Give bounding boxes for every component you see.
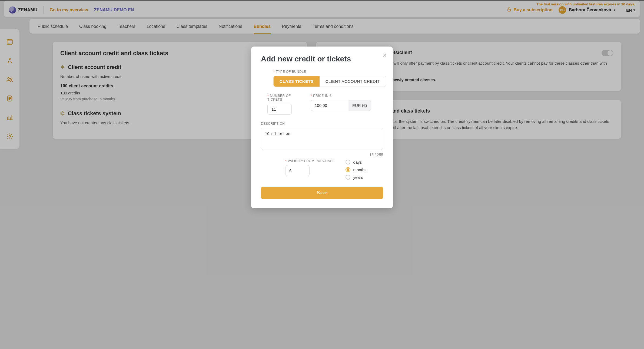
validity-input[interactable]: [285, 165, 310, 176]
description-textarea[interactable]: [261, 128, 383, 150]
radio-months-label: months: [353, 167, 366, 172]
currency-addon: EUR (€): [348, 100, 371, 111]
validity-unit-radios: days months years: [346, 160, 366, 180]
modal-title: Add new credit or tickets: [261, 55, 383, 63]
bundle-type-segmented: CLASS TICKETS CLIENT ACCOUNT CREDIT: [273, 76, 386, 87]
char-counter: 15 / 255: [261, 153, 383, 157]
num-tickets-label: NUMBER OF TICKETS: [267, 94, 291, 101]
radio-days[interactable]: days: [346, 160, 366, 164]
price-input[interactable]: [311, 100, 348, 111]
seg-class-tickets[interactable]: CLASS TICKETS: [274, 76, 320, 87]
seg-client-credit[interactable]: CLIENT ACCOUNT CREDIT: [320, 76, 386, 87]
validity-label: VALIDITY FROM PURCHASE: [288, 159, 335, 163]
num-tickets-input[interactable]: [267, 104, 292, 115]
radio-months[interactable]: months: [346, 167, 366, 172]
add-bundle-modal: ✕ Add new credit or tickets *TYPE OF BUN…: [251, 47, 393, 208]
radio-years[interactable]: years: [346, 175, 366, 180]
type-of-bundle-label: TYPE OF BUNDLE: [276, 70, 306, 74]
radio-icon: [346, 160, 350, 164]
radio-days-label: days: [353, 160, 362, 164]
radio-icon: [346, 175, 350, 180]
radio-years-label: years: [353, 175, 363, 180]
radio-icon: [346, 167, 350, 172]
price-label: PRICE IN €: [313, 94, 331, 98]
save-button[interactable]: Save: [261, 187, 383, 199]
close-icon[interactable]: ✕: [382, 52, 387, 58]
description-label: DESCRIPTION: [261, 122, 285, 126]
